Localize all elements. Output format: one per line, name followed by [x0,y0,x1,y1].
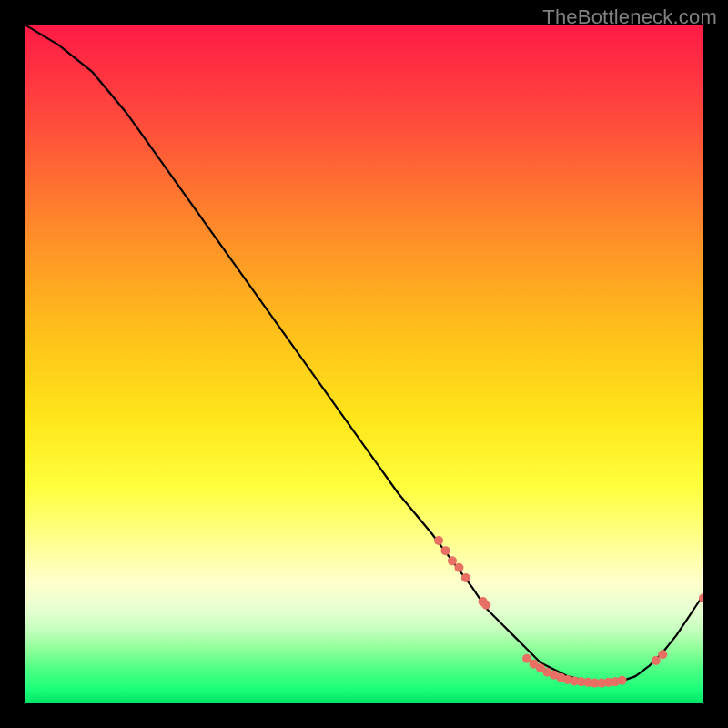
marker-point [441,546,450,555]
marker-point [604,678,613,687]
marker-point [583,678,592,687]
marker-point [448,556,457,565]
chart-frame: TheBottleneck.com [0,0,728,728]
marker-point [563,675,572,684]
marker-point [522,654,531,663]
marker-point [542,668,551,677]
marker-point [454,563,463,572]
marker-point [597,679,606,688]
marker-point [434,536,443,545]
marker-point [461,573,470,582]
marker-point [611,677,620,686]
marker-point [658,650,667,659]
marker-point [570,676,579,685]
watermark-text: TheBottleneck.com [542,5,717,29]
marker-point [530,660,539,669]
chart-svg [25,25,703,703]
marker-point [556,673,565,682]
marker-point [617,676,626,685]
marker-point [479,597,488,606]
marker-point [536,663,545,672]
marker-point [652,656,661,665]
marker-point [577,677,586,686]
marker-point [591,679,600,688]
plot-area [25,25,703,703]
curve-line [25,25,703,683]
marker-point [699,593,703,602]
marker-point [481,601,490,610]
marker-point [550,671,559,680]
